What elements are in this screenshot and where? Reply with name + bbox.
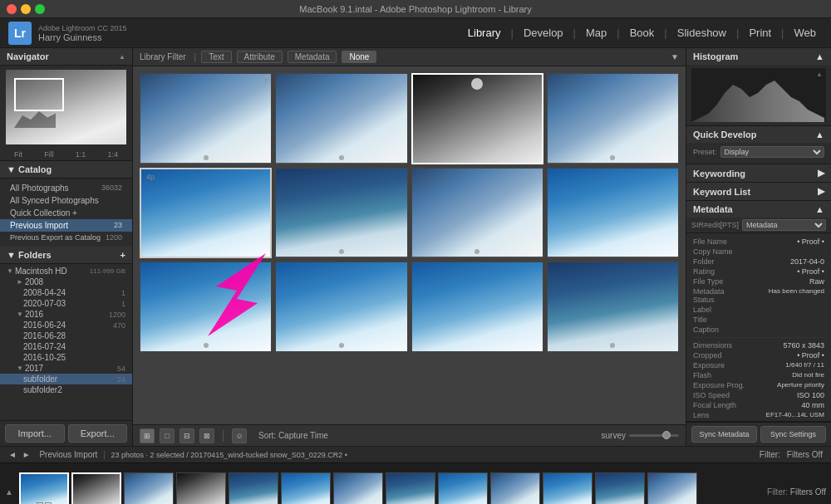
survey-view-btn[interactable]: ⊠ (199, 428, 214, 443)
folder-2016-07-24[interactable]: 2016-07-24 (0, 341, 132, 352)
filter-value[interactable]: Filters Off (787, 450, 823, 459)
filmstrip-filter-value[interactable]: Filters Off (790, 487, 826, 497)
filmstrip-thumb-image (177, 473, 225, 505)
folder-2017-sub1[interactable]: subfolder 24 (0, 374, 132, 384)
nav-print[interactable]: Print (742, 25, 778, 41)
nav-library[interactable]: Library (461, 25, 508, 41)
status-bar: ◄ ► Previous Import | 23 photos · 2 sele… (0, 446, 831, 462)
photo-thumb[interactable] (275, 262, 407, 352)
histogram-title[interactable]: Histogram ▲ (686, 48, 831, 65)
nav-slideshow[interactable]: Slideshow (671, 25, 733, 41)
sync-metadata-button[interactable]: Sync Metadata (691, 426, 757, 443)
sync-settings-button[interactable]: Sync Settings (760, 426, 826, 443)
nav-book[interactable]: Book (623, 25, 661, 41)
catalog-previous-export[interactable]: Previous Export as Catalog 1200 (0, 232, 132, 243)
folder-macintosh-hd[interactable]: ▼ Macintosh HD 111-999 GB (0, 266, 132, 276)
import-button[interactable]: Import... (5, 424, 65, 443)
zoom-1-4[interactable]: 1:4 (107, 150, 118, 159)
folder-2008-04-24[interactable]: 2008-04-24 1 (0, 287, 132, 298)
photo-thumb[interactable] (411, 262, 543, 352)
meta-dimensions-row: Dimensions 5760 x 3843 (693, 340, 824, 350)
thumb-image (276, 74, 406, 163)
folder-2016[interactable]: ▼ 2016 1200 (0, 309, 132, 320)
folder-2008[interactable]: ► 2008 (0, 276, 132, 287)
metadata-preset-select[interactable]: Metadata (742, 219, 826, 231)
people-view-btn[interactable]: ☺ (232, 428, 247, 443)
filter-text-tab[interactable]: Text (201, 51, 231, 63)
photo-thumb[interactable] (547, 262, 679, 352)
filmstrip-thumb[interactable] (490, 472, 540, 505)
photo-thumb[interactable]: 4p (140, 168, 272, 259)
photo-thumb[interactable] (547, 168, 679, 259)
nav-prev-button[interactable]: ◄ (8, 450, 17, 459)
grid-view-btn[interactable]: ⊞ (140, 428, 155, 443)
catalog-synced[interactable]: All Synced Photographs (0, 194, 132, 207)
filmstrip-thumb[interactable] (438, 472, 488, 505)
filmstrip-thumb[interactable] (595, 472, 645, 505)
filter-none-tab[interactable]: None (342, 51, 376, 63)
photo-thumb[interactable] (547, 73, 679, 164)
folder-2016-06-28[interactable]: 2016-06-28 (0, 330, 132, 341)
quick-develop-title[interactable]: Quick Develop ▲ (686, 126, 831, 143)
photo-thumb[interactable] (411, 168, 543, 259)
export-button[interactable]: Export... (68, 424, 128, 443)
filmstrip-thumb[interactable] (229, 472, 278, 505)
nav-map[interactable]: Map (579, 25, 613, 41)
meta-filename-row: File Name • Proof • (693, 237, 824, 247)
filmstrip-thumb[interactable] (176, 472, 226, 505)
filmstrip-filter: Filter: Filters Off (767, 487, 826, 497)
photo-thumb[interactable] (275, 168, 407, 259)
nav-web[interactable]: Web (788, 25, 824, 41)
photo-thumb-selected[interactable] (411, 73, 543, 164)
nav-next-button[interactable]: ► (22, 450, 31, 459)
preset-select[interactable]: Display (720, 146, 824, 158)
minimize-button[interactable] (21, 4, 31, 14)
zoom-1-1[interactable]: 1:1 (76, 150, 86, 159)
close-button[interactable] (7, 4, 17, 14)
folder-2020-07-03[interactable]: 2020-07-03 1 (0, 298, 132, 309)
zoom-fit[interactable]: Fit (14, 150, 22, 159)
folder-2016-10-25[interactable]: 2016-10-25 (0, 352, 132, 363)
catalog-quick-collection[interactable]: Quick Collection + (0, 207, 132, 219)
filmstrip-thumb[interactable] (19, 472, 69, 505)
filmstrip-thumb-image (543, 473, 592, 505)
nav-develop[interactable]: Develop (517, 25, 570, 41)
catalog-section-title[interactable]: ▼ Catalog (0, 161, 132, 179)
navigator-section-title[interactable]: Navigator ▲ (0, 48, 132, 66)
thumbnail-size-track[interactable] (629, 434, 679, 437)
photo-thumb[interactable] (140, 262, 272, 352)
keywording-title[interactable]: Keywording ▶ (686, 164, 831, 182)
metadata-fields: File Name • Proof • Copy Name Folder 201… (686, 233, 831, 422)
filmstrip-thumb[interactable] (647, 472, 697, 505)
filter-attribute-tab[interactable]: Attribute (237, 51, 283, 63)
folder-2016-06-24[interactable]: 2016-06-24 470 (0, 320, 132, 330)
catalog-all-photos[interactable]: All Photographs 36032 (0, 182, 132, 194)
filmstrip-thumb[interactable] (124, 472, 174, 505)
metadata-title[interactable]: Metadata ▲ (686, 201, 831, 218)
main-layout: Navigator ▲ Fit Fill 1:1 1:4 ▼ Catalog A… (0, 48, 831, 446)
photo-thumb[interactable]: 7 (140, 73, 272, 164)
filmstrip-thumb[interactable] (386, 472, 435, 505)
folders-add-icon[interactable]: + (120, 250, 125, 260)
filmstrip-collapse-icon[interactable]: ▲ (5, 487, 13, 497)
catalog-previous-import[interactable]: Previous Import 23 (0, 219, 132, 232)
photo-thumb[interactable] (275, 73, 407, 164)
filter-icon[interactable]: ▼ (671, 52, 679, 61)
loupe-view-btn[interactable]: □ (160, 428, 175, 443)
folders-section-title[interactable]: ▼ Folders + (0, 247, 132, 264)
keyword-list-title[interactable]: Keyword List ▶ (686, 183, 831, 200)
sort-label[interactable]: Sort: Capture Time (258, 431, 328, 440)
maximize-button[interactable] (35, 4, 45, 14)
filmstrip-thumb[interactable] (543, 472, 593, 505)
zoom-fill[interactable]: Fill (44, 150, 54, 159)
folders-label: ▼ Folders (7, 250, 52, 260)
folder-2017-sub2[interactable]: subfolder2 (0, 384, 132, 395)
compare-view-btn[interactable]: ⊟ (179, 428, 194, 443)
filmstrip-thumb[interactable] (71, 472, 121, 505)
folder-2017[interactable]: ▼ 2017 54 (0, 363, 132, 374)
thumbnail-size-thumb[interactable] (662, 431, 671, 439)
filmstrip-thumb[interactable] (333, 472, 383, 505)
filmstrip-thumb[interactable] (281, 472, 331, 505)
filter-metadata-tab[interactable]: Metadata (288, 51, 337, 63)
quick-develop-label: Quick Develop (693, 130, 756, 139)
